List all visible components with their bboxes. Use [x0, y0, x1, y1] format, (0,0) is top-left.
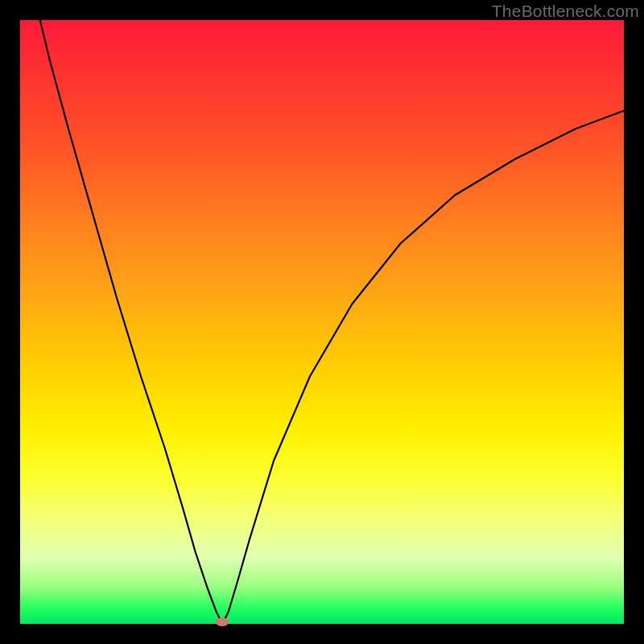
chart-frame: TheBottleneck.com [0, 0, 644, 644]
plot-area [20, 20, 624, 624]
watermark-text: TheBottleneck.com [492, 2, 639, 21]
minimum-marker [216, 617, 229, 626]
